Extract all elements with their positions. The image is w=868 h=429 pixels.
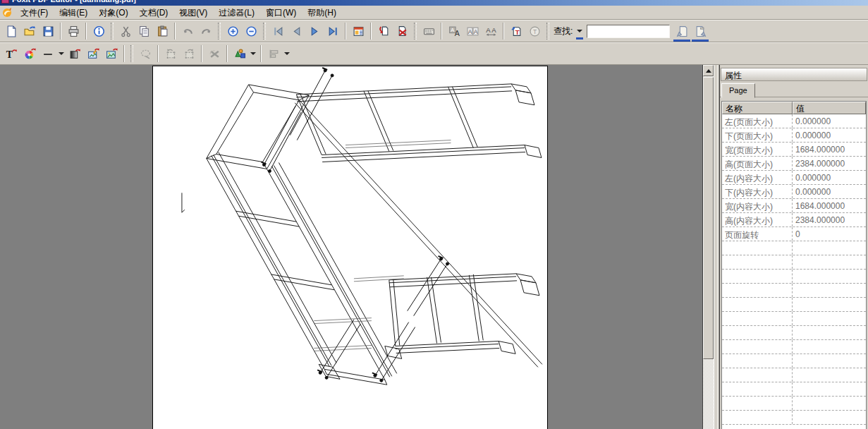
shading-tool-button[interactable]	[66, 44, 84, 63]
menu-bar: 文件(F) 编辑(E) 对象(O) 文档(D) 视图(V) 过滤器(L) 窗口(…	[0, 6, 868, 20]
rotate-right-object-button[interactable]	[180, 44, 198, 63]
copy-button[interactable]	[135, 22, 153, 40]
insert-page-button[interactable]	[374, 22, 393, 40]
property-row[interactable]: 高(内容大小) 2384.000000	[722, 213, 866, 227]
panel-splitter[interactable]	[714, 65, 719, 429]
previous-page-button[interactable]	[287, 22, 305, 40]
last-page-button[interactable]	[324, 22, 342, 40]
text-circle-button[interactable]: T	[525, 22, 544, 40]
undo-button[interactable]	[178, 22, 197, 40]
cut-icon	[120, 25, 132, 37]
toolbar-drag-handle[interactable]	[414, 23, 417, 40]
align-tool-dropdown[interactable]	[283, 47, 291, 61]
property-row-empty	[722, 255, 866, 270]
title-bar: Foxit PDF Editor - [danhuang.pdf]	[0, 0, 868, 6]
menu-file[interactable]: 文件(F)	[15, 6, 54, 20]
menu-help[interactable]: 帮助(H)	[302, 6, 342, 20]
find-options-dropdown[interactable]	[575, 24, 584, 38]
rotate-left-object-button[interactable]	[161, 44, 180, 63]
property-row-empty	[722, 340, 866, 354]
color-tool-button[interactable]	[20, 44, 39, 63]
property-row[interactable]: 左(内容大小) 0.000000	[722, 171, 866, 185]
find-previous-button[interactable]	[673, 22, 691, 40]
insert-page-icon	[378, 25, 390, 37]
property-row[interactable]: 下(内容大小) 0.000000	[722, 185, 866, 199]
toolbar-standard: A A A A A A T	[0, 20, 868, 42]
property-row[interactable]: 下(页面大小) 0.000000	[722, 128, 866, 143]
shapes-tool-button[interactable]	[231, 44, 249, 63]
menu-view[interactable]: 视图(V)	[173, 6, 213, 20]
toolbar-drag-handle[interactable]	[263, 23, 266, 40]
image-edit-tool-button[interactable]	[84, 44, 102, 63]
property-row[interactable]: 宽(页面大小) 1684.000000	[722, 143, 866, 157]
property-row[interactable]: 宽(内容大小) 1684.000000	[722, 199, 866, 213]
scrollbar-thumb[interactable]	[703, 77, 714, 359]
toolbar-drag-handle[interactable]	[546, 23, 549, 40]
zoom-in-icon	[227, 25, 239, 37]
align-icon	[268, 48, 280, 60]
cut-button[interactable]	[116, 22, 135, 40]
first-page-button[interactable]	[269, 22, 287, 40]
shapes-tool-dropdown[interactable]	[249, 47, 257, 61]
delete-object-button[interactable]	[205, 44, 224, 63]
shading-icon	[69, 48, 81, 60]
next-page-button[interactable]	[305, 22, 324, 40]
toolbar-drag-handle[interactable]	[130, 45, 133, 62]
image-tool-button[interactable]	[102, 44, 121, 63]
property-row[interactable]: 页面旋转 0	[722, 227, 866, 241]
menu-filter[interactable]: 过滤器(L)	[213, 6, 260, 20]
property-row-empty	[722, 382, 866, 397]
delete-page-icon	[396, 25, 408, 37]
menu-object[interactable]: 对象(O)	[93, 6, 133, 20]
window-title: Foxit PDF Editor - [danhuang.pdf]	[12, 0, 136, 4]
line-tool-button[interactable]	[39, 44, 57, 63]
menu-document[interactable]: 文档(D)	[134, 6, 174, 20]
property-row[interactable]: 高(页面大小) 2384.000000	[722, 157, 866, 171]
document-window-icon[interactable]	[1, 7, 13, 18]
up-arrow-icon	[706, 66, 711, 73]
new-document-button[interactable]	[2, 22, 20, 40]
toolbar-drag-handle[interactable]	[111, 23, 114, 40]
pdf-page[interactable]	[152, 66, 548, 429]
redo-button[interactable]	[197, 22, 215, 40]
property-table-header: 名称 值	[722, 102, 866, 114]
find-previous-icon	[676, 25, 688, 37]
char-spacing-button[interactable]: A A	[482, 22, 500, 40]
font-select-button[interactable]: A A	[445, 22, 463, 40]
property-row-empty	[722, 284, 866, 298]
zoom-in-button[interactable]	[224, 22, 242, 40]
save-button[interactable]	[39, 22, 57, 40]
lasso-select-button[interactable]	[136, 44, 154, 63]
font-icon: A A	[448, 25, 460, 37]
tab-page[interactable]: Page	[721, 83, 755, 98]
property-row[interactable]: 左(页面大小) 0.000000	[722, 114, 866, 128]
text-tool-button[interactable]: T	[2, 44, 20, 63]
toolbar-separator	[123, 45, 125, 62]
find-next-button[interactable]	[691, 22, 709, 40]
open-folder-icon	[24, 25, 36, 37]
find-input[interactable]	[587, 25, 670, 38]
canvas-area[interactable]	[0, 65, 702, 429]
page-layout-button[interactable]	[349, 22, 367, 40]
menu-edit[interactable]: 编辑(E)	[54, 6, 93, 20]
line-tool-dropdown[interactable]	[57, 47, 66, 61]
menu-window[interactable]: 窗口(W)	[260, 6, 302, 20]
kerning-button[interactable]: A A	[463, 22, 482, 40]
rotate-right-icon	[183, 48, 195, 60]
copy-icon	[138, 25, 150, 37]
scroll-up-button[interactable]	[703, 65, 714, 76]
keyboard-icon	[423, 25, 435, 37]
shapes-icon	[234, 48, 246, 60]
zoom-out-button[interactable]	[242, 22, 260, 40]
import-text-button[interactable]: T	[507, 22, 525, 40]
toolbar-drag-handle[interactable]	[218, 23, 221, 40]
delete-page-button[interactable]	[393, 22, 411, 40]
toolbar-separator	[370, 23, 372, 40]
keyboard-button[interactable]	[420, 22, 438, 40]
print-button[interactable]	[64, 22, 82, 40]
align-tool-button[interactable]	[264, 44, 283, 63]
paste-button[interactable]	[153, 22, 171, 40]
open-button[interactable]	[20, 22, 39, 40]
vertical-scrollbar[interactable]	[702, 65, 714, 429]
info-button[interactable]	[90, 22, 108, 40]
